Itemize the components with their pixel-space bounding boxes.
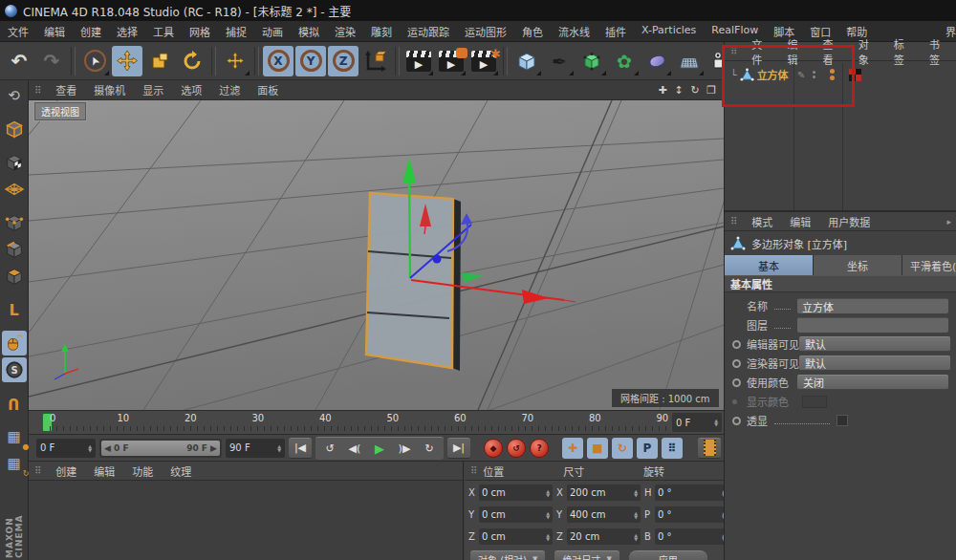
viewport-menu-item[interactable]: 过滤 [210,82,249,97]
menu-item[interactable]: 雕刻 [363,24,400,39]
material-menu-item[interactable]: 功能 [123,463,162,479]
next-frame-button[interactable]: )▶ [393,438,416,459]
spinner-icon[interactable]: ▲▼ [277,444,281,452]
object-manager-menu-item[interactable]: 对象 [850,36,885,67]
viewport-menu-item[interactable]: 显示 [134,82,172,97]
viewport-interaction-button[interactable] [2,331,27,355]
viewport-canvas[interactable] [29,100,724,410]
renderer-visibility-dropdown[interactable]: 默认 [799,355,950,371]
go-to-start-button[interactable]: |◀ [289,438,312,459]
menu-item[interactable]: 模拟 [291,24,327,39]
spinner-icon[interactable]: ▲▼ [88,444,92,452]
model-mode-button[interactable] [2,117,27,141]
viewport-maximize-icon[interactable]: ❐ [705,84,718,97]
scale-tool-button[interactable] [144,46,175,76]
record-keyframe-button[interactable]: ◆ [484,439,503,458]
attribute-menu-item[interactable]: 编辑 [781,214,819,229]
rotation-field[interactable]: B0 °▲▼ [644,528,728,545]
size-field[interactable]: X200 cm▲▼ [556,485,641,501]
previous-key-button[interactable]: ↺ [318,438,341,459]
menu-item[interactable]: 捕捉 [218,24,254,39]
display-color-swatch[interactable] [802,396,827,408]
menu-item[interactable]: 运动跟踪 [400,24,457,39]
lock-z-axis-button[interactable]: Z [328,46,358,76]
start-frame-field[interactable]: 0 F ▲▼ [36,439,96,458]
current-frame-field[interactable]: 0 F ▲▼ [672,413,722,432]
snap-toggle-button[interactable]: S [2,357,27,382]
name-input[interactable]: 立方体 [797,298,948,313]
menu-item[interactable]: 文件 [0,24,36,39]
menu-item[interactable]: 流水线 [551,24,598,39]
viewport-menu-item[interactable]: 查看 [47,82,85,97]
make-editable-button[interactable]: ⟲ [2,83,27,108]
keyframe-circle-icon[interactable] [732,417,741,425]
tab-coordinates[interactable]: 坐标 [814,255,902,275]
viewport-pan-icon[interactable]: ✚ [656,84,669,97]
viewport-menu-item[interactable]: 摄像机 [85,82,134,97]
menu-item[interactable]: 运动图形 [457,24,514,39]
coordinate-mode-dropdown[interactable]: 对象 (相对)▼ [470,550,545,560]
live-selection-button[interactable]: ➤ [79,46,110,76]
panel-drag-handle-icon[interactable]: ⠿ [725,216,743,226]
polygons-mode-button[interactable] [2,264,27,289]
view-label[interactable]: 透视视图 [34,102,86,120]
render-region-button[interactable]: ▶ [436,46,467,76]
keyframe-circle-icon[interactable] [732,340,741,349]
material-menu-item[interactable]: 编辑 [85,463,123,479]
menu-item[interactable]: 创建 [73,24,109,39]
rotation-field[interactable]: P0 °▲▼ [644,506,728,523]
workplane-align-button[interactable]: ▦↻ [2,451,27,476]
primitive-cube-button[interactable] [511,46,542,76]
key-rotation-toggle[interactable]: ↻ [612,438,633,459]
position-field[interactable]: Y0 cm▲▼ [468,506,553,523]
move-tool-button[interactable] [112,46,142,76]
size-field[interactable]: Z20 cm▲▼ [556,528,641,545]
last-used-tool-button[interactable] [220,46,250,76]
attribute-menu-item[interactable]: 模式 [743,214,781,229]
panel-drag-handle-icon[interactable]: ⠿ [29,85,47,96]
object-manager-menu-item[interactable]: 标签 [885,36,921,67]
key-scale-toggle[interactable]: ■ [587,438,608,459]
next-key-button[interactable]: ↻ [418,438,441,459]
basic-properties-section[interactable]: 基本属性 [725,275,956,292]
use-color-dropdown[interactable]: 关闭 [797,375,948,390]
texture-mode-button[interactable] [2,150,27,175]
panel-arrow-icon[interactable]: ▸ [946,217,956,226]
render-view-button[interactable]: ▶ [403,46,434,76]
snap-magnet-button[interactable]: U [2,391,27,416]
autokeying-button[interactable]: ↺ [507,439,526,458]
environment-button[interactable] [641,46,672,76]
position-field[interactable]: X0 cm▲▼ [468,485,553,501]
apply-button[interactable]: 应用 [629,550,707,560]
menu-item[interactable]: 动画 [254,24,291,39]
editor-visibility-dropdown[interactable]: 默认 [799,336,950,352]
size-field[interactable]: Y400 cm▲▼ [556,506,641,523]
deformer-button[interactable]: ✿ [609,46,640,76]
frame-range-slider[interactable]: ◀ 0 F 90 F ▶ [99,439,222,458]
timeline-ruler[interactable]: 0102030405060708090 0 F ▲▼ [29,410,724,435]
edges-mode-button[interactable] [2,237,27,262]
workplane-mode-button[interactable] [2,177,27,202]
coordinate-system-button[interactable] [360,46,391,76]
lock-y-axis-button[interactable]: Y [295,46,326,76]
subdivision-surface-button[interactable] [576,46,607,76]
project-settings-button[interactable] [698,438,721,459]
attribute-menu-item[interactable]: 用户数据 [819,214,879,229]
panel-drag-handle-icon[interactable]: ⠿ [29,465,47,476]
workplane-lock-button[interactable]: ▦● [2,424,27,449]
menu-item[interactable]: 插件 [598,24,634,39]
range-left-icon[interactable]: ◀ [104,443,111,453]
lock-x-axis-button[interactable]: X [263,46,293,76]
viewport-rotate-icon[interactable]: ↻ [688,84,702,97]
layer-input[interactable] [797,317,948,333]
menu-item[interactable]: 工具 [145,24,182,39]
xray-checkbox[interactable] [836,415,848,426]
previous-frame-button[interactable]: ◀( [343,438,366,459]
spline-pen-button[interactable]: ✒ [544,46,575,76]
play-button[interactable]: ▶ [368,438,391,459]
keyframe-selection-button[interactable]: ? [530,439,549,458]
spinner-icon[interactable]: ▲▼ [714,419,718,426]
menu-item[interactable]: 网格 [182,24,218,39]
panel-drag-handle-icon[interactable]: ⠿ [465,465,483,476]
go-to-end-button[interactable]: ▶| [447,438,470,459]
